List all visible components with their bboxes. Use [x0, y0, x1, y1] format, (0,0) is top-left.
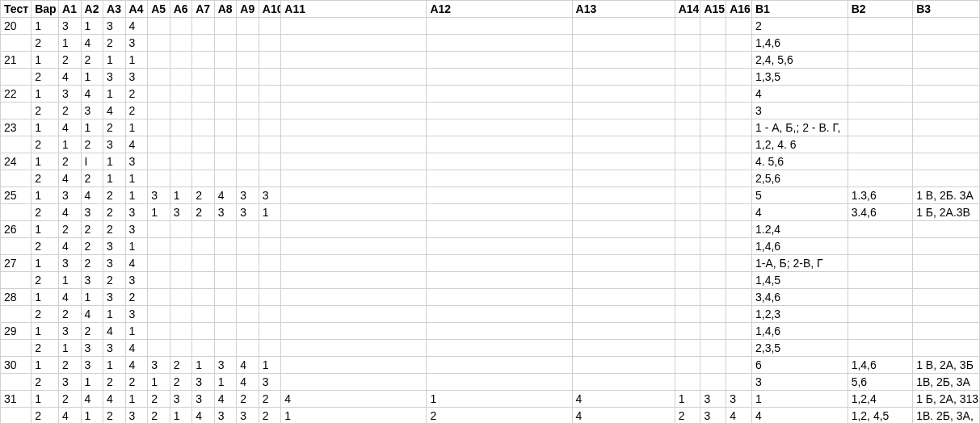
cell-b3: 1 Б, 2А, 313	[913, 391, 980, 408]
cell-a15	[700, 238, 726, 255]
cell-b2	[848, 272, 913, 289]
cell-var: 2	[32, 170, 59, 187]
cell-a12: 1	[427, 391, 572, 408]
cell-a5	[148, 255, 170, 272]
cell-b3	[913, 221, 980, 238]
cell-a16	[726, 103, 752, 119]
cell-a4: 1	[125, 170, 148, 187]
cell-a11	[281, 18, 427, 35]
cell-a7	[192, 272, 215, 289]
cell-a15	[700, 323, 726, 340]
cell-a16	[726, 136, 752, 153]
cell-a4: 1	[125, 391, 148, 408]
cell-a3: 2	[103, 119, 126, 136]
cell-a2: 1	[81, 119, 103, 136]
cell-a14	[675, 86, 700, 103]
cell-a8	[214, 103, 237, 119]
cell-a11	[281, 272, 427, 289]
cell-a1: 4	[59, 408, 82, 424]
cell-b1: 2,4, 5,6	[751, 52, 848, 69]
cell-a13	[572, 255, 675, 272]
cell-b1: 1,4,6	[751, 238, 848, 255]
cell-b2: 1.3,6	[848, 187, 913, 204]
cell-a5	[148, 238, 170, 255]
cell-a4: 3	[125, 69, 148, 86]
cell-a10	[259, 103, 281, 119]
cell-a1: 3	[59, 18, 82, 35]
cell-a7	[192, 69, 215, 86]
table-row: 212341,2, 4. 6	[1, 136, 980, 153]
cell-a3: 2	[103, 35, 126, 52]
cell-a9	[237, 170, 259, 187]
cell-a15	[700, 153, 726, 170]
cell-a13	[572, 103, 675, 119]
cell-a15	[700, 255, 726, 272]
cell-var: 1	[32, 153, 59, 170]
cell-a2: 4	[81, 391, 103, 408]
col-a8: A8	[214, 1, 237, 18]
cell-a14	[675, 289, 700, 306]
col-a4: A4	[125, 1, 148, 18]
cell-a4: 1	[125, 52, 148, 69]
cell-b1: 1,4,6	[751, 35, 848, 52]
cell-a8	[214, 238, 237, 255]
cell-a13	[572, 52, 675, 69]
cell-b3	[913, 18, 980, 35]
cell-a7	[192, 340, 215, 357]
cell-a10	[259, 52, 281, 69]
cell-a16	[726, 153, 752, 170]
cell-a1: 3	[59, 374, 82, 391]
cell-a14	[675, 119, 700, 136]
cell-a9: 2	[237, 391, 259, 408]
cell-a13	[572, 272, 675, 289]
cell-a3: 2	[103, 374, 126, 391]
cell-a14	[675, 221, 700, 238]
cell-a13	[572, 136, 675, 153]
cell-a10	[259, 255, 281, 272]
cell-a13	[572, 323, 675, 340]
cell-a12	[427, 153, 572, 170]
cell-a8: 4	[214, 187, 237, 204]
cell-b3	[913, 272, 980, 289]
cell-test	[1, 69, 32, 86]
cell-b3: 1 В, 2Б. 3А	[913, 187, 980, 204]
table-row: 2412I134. 5,6	[1, 153, 980, 170]
cell-a16	[726, 272, 752, 289]
cell-a8	[214, 255, 237, 272]
cell-a6: 2	[170, 357, 192, 374]
cell-a9	[237, 238, 259, 255]
table-row: 20131342	[1, 18, 980, 35]
cell-a5	[148, 52, 170, 69]
cell-a2: 2	[81, 221, 103, 238]
cell-a14	[675, 187, 700, 204]
cell-b1: 1,2,3	[751, 306, 848, 323]
cell-a13	[572, 204, 675, 221]
cell-a3: 4	[103, 391, 126, 408]
cell-b3	[913, 170, 980, 187]
cell-b3	[913, 153, 980, 170]
cell-b2	[848, 153, 913, 170]
col-var: Вар	[32, 1, 59, 18]
cell-a5	[148, 340, 170, 357]
cell-a9	[237, 52, 259, 69]
cell-a15	[700, 340, 726, 357]
cell-a12: 2	[427, 408, 572, 424]
cell-a2: 3	[81, 103, 103, 119]
cell-a12	[427, 136, 572, 153]
cell-var: 1	[32, 221, 59, 238]
cell-a16	[726, 86, 752, 103]
cell-b1: 4	[751, 86, 848, 103]
cell-a5	[148, 69, 170, 86]
cell-a12	[427, 255, 572, 272]
cell-a4: 1	[125, 119, 148, 136]
cell-b1: 3	[751, 103, 848, 119]
cell-a12	[427, 323, 572, 340]
cell-a8	[214, 153, 237, 170]
cell-a1: 4	[59, 238, 82, 255]
col-a2: A2	[81, 1, 103, 18]
cell-a12	[427, 204, 572, 221]
header-row: ТестВарA1A2A3A4A5A6A7A8A9A10A11A12A13A14…	[1, 1, 980, 18]
cell-a2: 1	[81, 289, 103, 306]
cell-var: 2	[32, 374, 59, 391]
cell-a15	[700, 103, 726, 119]
